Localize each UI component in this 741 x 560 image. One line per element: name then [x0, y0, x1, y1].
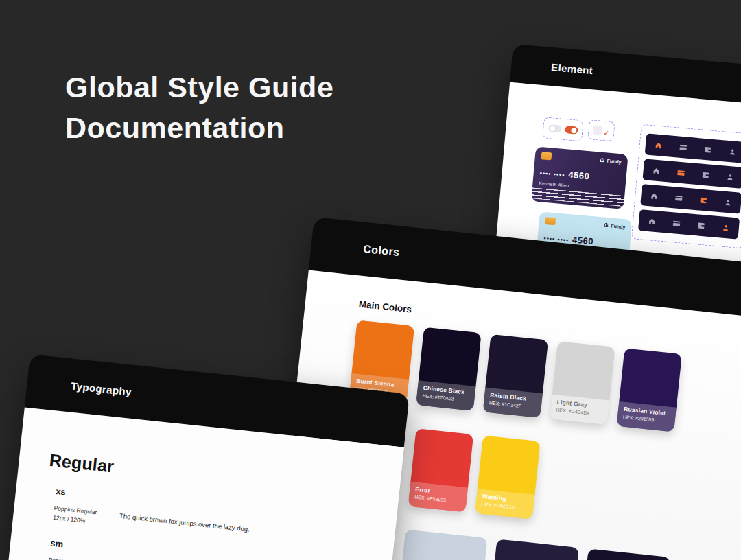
- profile-icon[interactable]: [724, 198, 733, 207]
- color-swatch-partial: [397, 529, 487, 560]
- wallet-icon[interactable]: [699, 196, 708, 205]
- element-panel-title: Element: [551, 60, 593, 75]
- card-brand: Fundy: [603, 222, 626, 229]
- credit-card-dark: Fundy •••• •••• 4560 Kenneth Allen: [531, 146, 628, 209]
- color-swatch-error: Error HEX: #E53935: [408, 428, 473, 512]
- card-icon[interactable]: [679, 143, 687, 152]
- swatch-label: Warning HEX: #FACC15: [475, 489, 534, 520]
- toggle-knob: [571, 127, 577, 133]
- toggle-off[interactable]: [548, 124, 562, 133]
- type-meta: Poppins Regular 14px / 120%: [47, 555, 115, 560]
- color-swatch-chinese-black: Chinese Black HEX: #120A23: [416, 327, 481, 411]
- card-masked-digits: •••• ••••: [539, 170, 565, 178]
- profile-icon[interactable]: [728, 147, 737, 156]
- toggle-showcase-box: [542, 117, 583, 141]
- type-meta: Poppins Regular 12px / 120%: [53, 503, 120, 530]
- status-colors-row: Error HEX: #E53935 Warning HEX: #FACC15: [408, 428, 741, 543]
- checkmark-icon[interactable]: ✓: [603, 129, 609, 137]
- card-brand-label: Fundy: [611, 223, 626, 229]
- swatch-label: Raisin Black HEX: #1C142F: [483, 387, 543, 418]
- toggle-on[interactable]: [564, 126, 578, 135]
- swatch-label: Russian Violet HEX: #291553: [617, 401, 677, 432]
- card-icon[interactable]: [677, 168, 685, 177]
- home-icon[interactable]: [650, 191, 659, 200]
- profile-icon[interactable]: [721, 223, 730, 232]
- card-icon[interactable]: [672, 219, 681, 228]
- navbar-states-box: [631, 124, 741, 249]
- type-sample-text: The quick brown fox jumps over the lazy …: [119, 512, 250, 533]
- type-font-name: Poppins Regular: [48, 555, 115, 560]
- checkbox-showcase-box: ✓: [587, 119, 615, 141]
- wallet-icon[interactable]: [701, 170, 710, 179]
- swatch-label: Light Gray HEX: #D4D4D4: [550, 395, 609, 425]
- swatch-label: Error HEX: #E53935: [408, 482, 468, 513]
- nav-bar-state-4: [638, 209, 740, 240]
- card-last4: 4560: [568, 170, 590, 182]
- card-brand-label: Fundy: [607, 158, 622, 164]
- nav-bar-state-1: [645, 133, 741, 163]
- wallet-icon[interactable]: [703, 145, 712, 154]
- home-icon[interactable]: [652, 166, 661, 175]
- swatch-label: Chinese Black HEX: #120A23: [416, 380, 475, 411]
- card-brand: Fundy: [599, 157, 622, 165]
- color-swatch-partial: [489, 539, 578, 560]
- page-title-line2: Documentation: [65, 111, 284, 144]
- home-icon[interactable]: [648, 217, 657, 226]
- page-title: Global Style Guide Documentation: [65, 67, 333, 149]
- nav-bar-state-3: [640, 184, 741, 214]
- color-swatch-partial: [580, 548, 670, 560]
- checkbox-unchecked[interactable]: [593, 126, 602, 135]
- home-icon[interactable]: [654, 141, 663, 150]
- nav-bar-state-2: [642, 159, 741, 189]
- card-chip-icon: [545, 217, 556, 225]
- card-chip-icon: [541, 152, 552, 160]
- color-swatch-russian-violet: Russian Violet HEX: #291553: [617, 348, 682, 432]
- profile-icon[interactable]: [726, 172, 735, 181]
- color-swatch-raisin-black: Raisin Black HEX: #1C142F: [483, 334, 548, 418]
- color-swatch-light-gray: Light Gray HEX: #D4D4D4: [550, 341, 615, 425]
- toggle-knob: [550, 126, 556, 132]
- wallet-icon[interactable]: [696, 221, 705, 230]
- card-icon[interactable]: [674, 194, 683, 202]
- page-title-line1: Global Style Guide: [65, 71, 333, 104]
- bank-icon: [599, 157, 605, 163]
- bank-icon: [603, 222, 609, 228]
- typography-panel-title: Typography: [71, 380, 132, 397]
- colors-panel-title: Colors: [363, 243, 401, 259]
- color-swatch-warning: Warning HEX: #FACC15: [475, 435, 540, 519]
